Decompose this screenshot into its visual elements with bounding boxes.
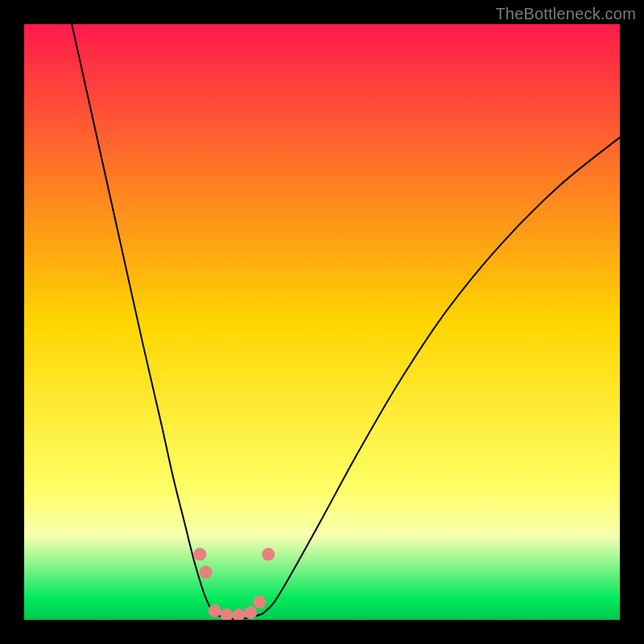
marker-markers-pink <box>193 548 206 561</box>
plot-area <box>24 24 620 620</box>
marker-markers-pink <box>253 596 266 609</box>
chart-svg <box>24 24 620 620</box>
marker-markers-pink <box>262 548 275 561</box>
marker-markers-pink <box>208 605 221 617</box>
marker-markers-pink <box>244 606 257 619</box>
gradient-background <box>24 24 620 620</box>
marker-markers-pink <box>200 566 213 579</box>
watermark-text: TheBottleneck.com <box>495 5 636 23</box>
chart-frame: TheBottleneck.com <box>0 0 644 644</box>
